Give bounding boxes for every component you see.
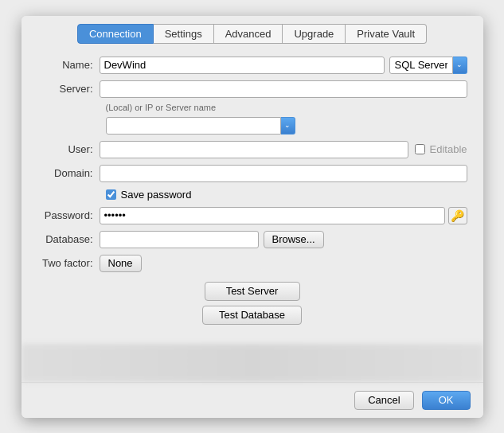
database-label: Database: — [37, 233, 100, 245]
connection-window: Connection Settings Advanced Upgrade Pri… — [21, 16, 483, 418]
blurred-info-area — [21, 344, 483, 382]
auth-dropdown-row: ⌄ — [106, 117, 467, 135]
editable-label: Editable — [415, 143, 467, 155]
database-input[interactable] — [100, 231, 259, 248]
chevron-down-icon: ⌄ — [456, 61, 463, 68]
tab-connection[interactable]: Connection — [77, 24, 154, 44]
server-label: Server: — [37, 83, 100, 95]
user-row: User: Editable — [37, 141, 467, 158]
sql-select-wrap: ⌄ — [389, 57, 467, 74]
chevron-down-icon-auth: ⌄ — [284, 122, 291, 129]
password-input[interactable] — [100, 207, 445, 224]
database-row: Database: Browse... — [37, 231, 467, 248]
form-area: Name: ⌄ Server: (Local) or IP or Server … — [21, 44, 483, 344]
two-factor-label: Two factor: — [37, 257, 100, 269]
browse-button[interactable]: Browse... — [264, 231, 324, 248]
domain-label: Domain: — [37, 167, 100, 179]
key-icon: 🔑 — [451, 209, 464, 222]
password-input-wrap: 🔑 — [100, 207, 467, 224]
footer: Cancel OK — [21, 382, 483, 418]
action-buttons: Test Server Test Database — [37, 282, 467, 325]
ok-button[interactable]: OK — [422, 391, 471, 410]
auth-dropdown-btn[interactable]: ⌄ — [281, 117, 295, 135]
tab-settings[interactable]: Settings — [154, 24, 214, 44]
tab-upgrade[interactable]: Upgrade — [283, 24, 346, 44]
password-row: Password: 🔑 — [37, 207, 467, 224]
domain-row: Domain: — [37, 165, 467, 182]
auth-select-wrap: ⌄ — [106, 117, 295, 135]
tab-private-vault[interactable]: Private Vault — [346, 24, 427, 44]
editable-checkbox[interactable] — [415, 144, 425, 154]
two-factor-none-button[interactable]: None — [100, 255, 142, 272]
tab-bar: Connection Settings Advanced Upgrade Pri… — [21, 16, 483, 44]
two-factor-row: Two factor: None — [37, 255, 467, 272]
save-password-checkbox[interactable] — [106, 189, 116, 200]
auth-select[interactable] — [106, 117, 281, 135]
server-hint: (Local) or IP or Server name — [106, 103, 467, 112]
user-label: User: — [37, 143, 100, 155]
domain-input[interactable] — [100, 165, 467, 182]
save-password-row: Save password — [106, 189, 467, 201]
tab-advanced[interactable]: Advanced — [214, 24, 283, 44]
name-input-wrap: ⌄ — [100, 57, 467, 74]
test-database-button[interactable]: Test Database — [202, 306, 302, 325]
name-row: Name: ⌄ — [37, 57, 467, 74]
password-label: Password: — [37, 209, 100, 221]
user-input[interactable] — [100, 141, 408, 158]
name-input[interactable] — [100, 57, 385, 74]
server-input[interactable] — [100, 80, 467, 98]
name-label: Name: — [37, 59, 100, 71]
sql-server-dropdown-btn[interactable]: ⌄ — [453, 57, 467, 74]
save-password-label: Save password — [121, 189, 192, 201]
test-server-button[interactable]: Test Server — [205, 282, 300, 301]
cancel-button[interactable]: Cancel — [354, 391, 413, 410]
key-button[interactable]: 🔑 — [448, 207, 467, 224]
server-row: Server: — [37, 80, 467, 98]
sql-server-display — [389, 57, 453, 74]
